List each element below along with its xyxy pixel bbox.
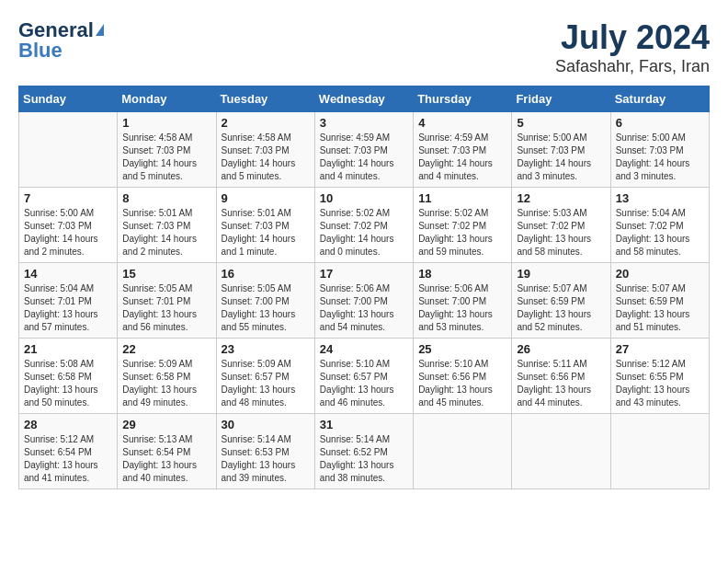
- table-row: 12Sunrise: 5:03 AMSunset: 7:02 PMDayligh…: [512, 188, 610, 263]
- day-number: 7: [24, 191, 112, 205]
- day-info: Sunrise: 4:59 AMSunset: 7:03 PMDaylight:…: [320, 132, 408, 183]
- day-number: 4: [418, 116, 506, 130]
- day-number: 3: [320, 116, 408, 130]
- calendar-week-row: 21Sunrise: 5:08 AMSunset: 6:58 PMDayligh…: [19, 339, 710, 414]
- day-number: 20: [616, 267, 704, 281]
- day-number: 9: [222, 191, 310, 205]
- table-row: 20Sunrise: 5:07 AMSunset: 6:59 PMDayligh…: [610, 263, 709, 339]
- day-info: Sunrise: 5:11 AMSunset: 6:56 PMDaylight:…: [517, 358, 605, 409]
- day-number: 24: [320, 342, 408, 356]
- day-number: 26: [517, 342, 605, 356]
- logo: General Blue: [18, 18, 104, 63]
- page-header: General Blue July 2024 Safashahr, Fars, …: [18, 18, 710, 76]
- calendar-week-row: 28Sunrise: 5:12 AMSunset: 6:54 PMDayligh…: [19, 414, 710, 489]
- day-info: Sunrise: 5:06 AMSunset: 7:00 PMDaylight:…: [320, 282, 408, 334]
- day-info: Sunrise: 5:14 AMSunset: 6:53 PMDaylight:…: [222, 433, 310, 485]
- table-row: [19, 112, 118, 188]
- title-block: July 2024 Safashahr, Fars, Iran: [555, 18, 710, 76]
- day-info: Sunrise: 5:10 AMSunset: 6:56 PMDaylight:…: [418, 358, 506, 409]
- day-number: 27: [616, 342, 704, 356]
- table-row: 1Sunrise: 4:58 AMSunset: 7:03 PMDaylight…: [118, 112, 216, 188]
- day-number: 1: [122, 116, 210, 130]
- day-number: 8: [122, 191, 210, 205]
- day-number: 2: [222, 116, 310, 130]
- table-row: 8Sunrise: 5:01 AMSunset: 7:03 PMDaylight…: [118, 188, 216, 263]
- header-sunday: Sunday: [19, 86, 118, 112]
- day-info: Sunrise: 5:00 AMSunset: 7:03 PMDaylight:…: [616, 132, 704, 183]
- day-number: 31: [320, 418, 408, 431]
- day-info: Sunrise: 4:58 AMSunset: 7:03 PMDaylight:…: [222, 132, 310, 183]
- day-number: 5: [517, 116, 605, 130]
- day-number: 15: [122, 267, 210, 281]
- day-number: 6: [616, 116, 704, 130]
- table-row: 9Sunrise: 5:01 AMSunset: 7:03 PMDaylight…: [216, 188, 314, 263]
- day-info: Sunrise: 5:10 AMSunset: 6:57 PMDaylight:…: [320, 358, 408, 409]
- table-row: 7Sunrise: 5:00 AMSunset: 7:03 PMDaylight…: [19, 188, 118, 263]
- day-number: 12: [517, 191, 605, 205]
- day-number: 22: [122, 342, 210, 356]
- calendar-table: Sunday Monday Tuesday Wednesday Thursday…: [18, 86, 710, 489]
- day-number: 14: [24, 267, 112, 281]
- day-info: Sunrise: 5:01 AMSunset: 7:03 PMDaylight:…: [222, 207, 310, 259]
- table-row: 24Sunrise: 5:10 AMSunset: 6:57 PMDayligh…: [314, 339, 413, 414]
- header-monday: Monday: [118, 86, 216, 112]
- day-info: Sunrise: 5:05 AMSunset: 7:01 PMDaylight:…: [122, 282, 210, 334]
- day-number: 10: [320, 191, 408, 205]
- calendar-subtitle: Safashahr, Fars, Iran: [555, 57, 710, 76]
- table-row: [512, 414, 610, 489]
- table-row: 19Sunrise: 5:07 AMSunset: 6:59 PMDayligh…: [512, 263, 610, 339]
- table-row: 3Sunrise: 4:59 AMSunset: 7:03 PMDaylight…: [314, 112, 413, 188]
- logo-triangle-icon: [96, 24, 104, 36]
- day-info: Sunrise: 4:58 AMSunset: 7:03 PMDaylight:…: [122, 132, 210, 183]
- day-info: Sunrise: 5:06 AMSunset: 7:00 PMDaylight:…: [418, 282, 506, 334]
- day-number: 29: [122, 418, 210, 431]
- table-row: 10Sunrise: 5:02 AMSunset: 7:02 PMDayligh…: [314, 188, 413, 263]
- table-row: 31Sunrise: 5:14 AMSunset: 6:52 PMDayligh…: [314, 414, 413, 489]
- calendar-week-row: 7Sunrise: 5:00 AMSunset: 7:03 PMDaylight…: [19, 188, 710, 263]
- day-info: Sunrise: 5:04 AMSunset: 7:02 PMDaylight:…: [616, 207, 704, 259]
- day-number: 17: [320, 267, 408, 281]
- day-info: Sunrise: 5:12 AMSunset: 6:55 PMDaylight:…: [616, 358, 704, 409]
- day-info: Sunrise: 4:59 AMSunset: 7:03 PMDaylight:…: [418, 132, 506, 183]
- day-info: Sunrise: 5:12 AMSunset: 6:54 PMDaylight:…: [24, 433, 112, 485]
- day-info: Sunrise: 5:03 AMSunset: 7:02 PMDaylight:…: [517, 207, 605, 259]
- day-number: 13: [616, 191, 704, 205]
- table-row: 5Sunrise: 5:00 AMSunset: 7:03 PMDaylight…: [512, 112, 610, 188]
- table-row: 28Sunrise: 5:12 AMSunset: 6:54 PMDayligh…: [19, 414, 118, 489]
- day-info: Sunrise: 5:09 AMSunset: 6:58 PMDaylight:…: [122, 358, 210, 409]
- table-row: 29Sunrise: 5:13 AMSunset: 6:54 PMDayligh…: [118, 414, 216, 489]
- header-tuesday: Tuesday: [216, 86, 314, 112]
- calendar-header-row: Sunday Monday Tuesday Wednesday Thursday…: [19, 86, 710, 112]
- table-row: [414, 414, 512, 489]
- day-info: Sunrise: 5:09 AMSunset: 6:57 PMDaylight:…: [222, 358, 310, 409]
- table-row: 2Sunrise: 4:58 AMSunset: 7:03 PMDaylight…: [216, 112, 314, 188]
- table-row: 18Sunrise: 5:06 AMSunset: 7:00 PMDayligh…: [414, 263, 512, 339]
- day-number: 16: [222, 267, 310, 281]
- table-row: 11Sunrise: 5:02 AMSunset: 7:02 PMDayligh…: [414, 188, 512, 263]
- day-info: Sunrise: 5:05 AMSunset: 7:00 PMDaylight:…: [222, 282, 310, 334]
- day-number: 19: [517, 267, 605, 281]
- table-row: 13Sunrise: 5:04 AMSunset: 7:02 PMDayligh…: [610, 188, 709, 263]
- table-row: 6Sunrise: 5:00 AMSunset: 7:03 PMDaylight…: [610, 112, 709, 188]
- day-info: Sunrise: 5:14 AMSunset: 6:52 PMDaylight:…: [320, 433, 408, 485]
- calendar-week-row: 1Sunrise: 4:58 AMSunset: 7:03 PMDaylight…: [19, 112, 710, 188]
- day-info: Sunrise: 5:13 AMSunset: 6:54 PMDaylight:…: [122, 433, 210, 485]
- header-thursday: Thursday: [414, 86, 512, 112]
- day-number: 21: [24, 342, 112, 356]
- table-row: 27Sunrise: 5:12 AMSunset: 6:55 PMDayligh…: [610, 339, 709, 414]
- header-friday: Friday: [512, 86, 610, 112]
- table-row: 21Sunrise: 5:08 AMSunset: 6:58 PMDayligh…: [19, 339, 118, 414]
- table-row: 30Sunrise: 5:14 AMSunset: 6:53 PMDayligh…: [216, 414, 314, 489]
- day-info: Sunrise: 5:08 AMSunset: 6:58 PMDaylight:…: [24, 358, 112, 409]
- table-row: 26Sunrise: 5:11 AMSunset: 6:56 PMDayligh…: [512, 339, 610, 414]
- table-row: 4Sunrise: 4:59 AMSunset: 7:03 PMDaylight…: [414, 112, 512, 188]
- day-info: Sunrise: 5:07 AMSunset: 6:59 PMDaylight:…: [517, 282, 605, 334]
- table-row: 25Sunrise: 5:10 AMSunset: 6:56 PMDayligh…: [414, 339, 512, 414]
- table-row: 14Sunrise: 5:04 AMSunset: 7:01 PMDayligh…: [19, 263, 118, 339]
- day-number: 23: [222, 342, 310, 356]
- table-row: 16Sunrise: 5:05 AMSunset: 7:00 PMDayligh…: [216, 263, 314, 339]
- table-row: 17Sunrise: 5:06 AMSunset: 7:00 PMDayligh…: [314, 263, 413, 339]
- day-info: Sunrise: 5:04 AMSunset: 7:01 PMDaylight:…: [24, 282, 112, 334]
- table-row: [610, 414, 709, 489]
- day-info: Sunrise: 5:02 AMSunset: 7:02 PMDaylight:…: [418, 207, 506, 259]
